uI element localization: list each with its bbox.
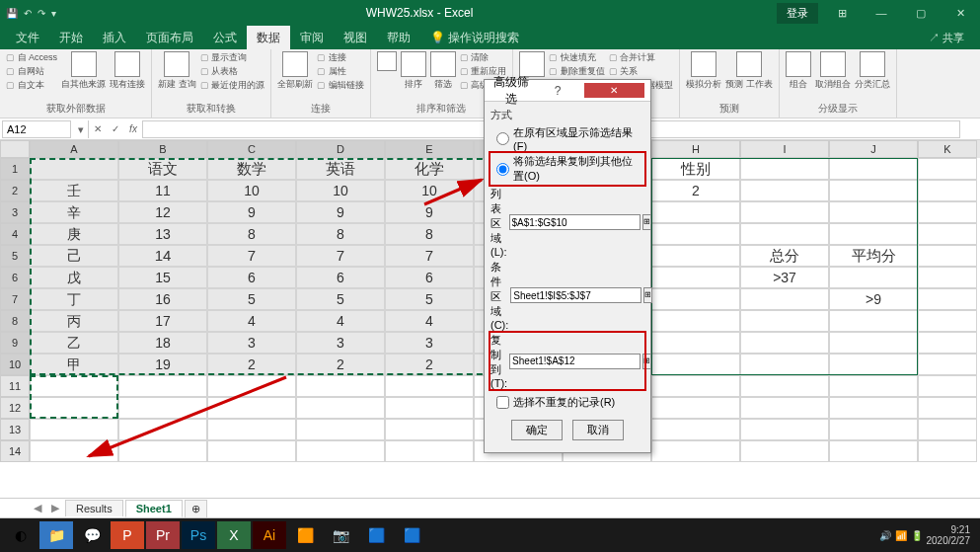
from-other[interactable]: 自其他来源 <box>61 51 106 91</box>
row-header[interactable]: 6 <box>0 267 30 288</box>
cell[interactable]: 辛 <box>30 201 118 223</box>
recent-sources[interactable]: 最近使用的源 <box>200 79 265 92</box>
cell[interactable] <box>740 397 829 419</box>
cell[interactable]: 性别 <box>651 158 740 180</box>
filter-in-place-radio[interactable] <box>496 132 509 145</box>
consolidate[interactable]: 合并计算 <box>609 51 674 64</box>
cell[interactable] <box>918 201 977 223</box>
cell[interactable] <box>740 180 829 201</box>
cell[interactable] <box>651 397 740 419</box>
cell[interactable] <box>651 354 740 375</box>
tab-review[interactable]: 审阅 <box>290 26 334 50</box>
row-header[interactable]: 1 <box>0 158 30 180</box>
tray-icon[interactable]: 🔊 <box>879 530 891 541</box>
row-header[interactable]: 10 <box>0 354 30 375</box>
cell[interactable] <box>30 375 118 397</box>
cell[interactable] <box>740 310 829 332</box>
dialog-close-button[interactable]: ✕ <box>584 83 644 98</box>
cell[interactable] <box>829 267 918 288</box>
cell[interactable] <box>118 375 207 397</box>
tab-help[interactable]: 帮助 <box>377 26 420 50</box>
taskbar-clock[interactable]: 9:212020/2/27 <box>927 524 977 546</box>
tab-file[interactable]: 文件 <box>6 26 49 50</box>
cell[interactable]: 10 <box>385 180 474 201</box>
cell[interactable] <box>829 397 918 419</box>
tab-layout[interactable]: 页面布局 <box>136 26 203 50</box>
cell[interactable]: 语文 <box>118 158 207 180</box>
cell[interactable] <box>385 440 474 462</box>
from-access[interactable]: 自 Access <box>6 51 57 64</box>
filter[interactable]: 筛选 <box>430 51 456 91</box>
cell[interactable]: 4 <box>385 310 474 332</box>
cell[interactable]: 总分 <box>740 245 829 267</box>
cell[interactable] <box>918 419 977 440</box>
cell[interactable] <box>918 288 977 310</box>
row-header[interactable]: 9 <box>0 332 30 354</box>
ok-button[interactable]: 确定 <box>511 420 563 440</box>
cell[interactable]: 4 <box>207 310 296 332</box>
undo-icon[interactable]: ↶ <box>24 8 32 19</box>
cell[interactable]: 壬 <box>30 180 118 201</box>
list-range-input[interactable] <box>509 214 641 230</box>
cell[interactable] <box>651 375 740 397</box>
cell[interactable]: 3 <box>296 332 385 354</box>
cell[interactable] <box>829 310 918 332</box>
clear-filter[interactable]: 清除 <box>460 51 507 64</box>
cell[interactable]: 丙 <box>30 310 118 332</box>
taskbar-app-icon[interactable]: 📁 <box>39 521 73 549</box>
cell[interactable]: 5 <box>207 288 296 310</box>
cell[interactable] <box>829 180 918 201</box>
cell[interactable]: 4 <box>296 310 385 332</box>
tab-data[interactable]: 数据 <box>247 26 290 50</box>
taskbar-app-icon[interactable]: 💬 <box>75 521 109 549</box>
cell[interactable]: 9 <box>296 201 385 223</box>
cell[interactable]: 7 <box>296 245 385 267</box>
maximize-button[interactable]: ▢ <box>901 0 941 26</box>
cell[interactable]: 6 <box>207 267 296 288</box>
col-header[interactable]: B <box>118 140 207 158</box>
properties[interactable]: 属性 <box>317 65 364 78</box>
cell[interactable]: 乙 <box>30 332 118 354</box>
minimize-button[interactable]: — <box>862 0 901 26</box>
cell[interactable] <box>207 440 296 462</box>
cell[interactable] <box>740 288 829 310</box>
cell[interactable] <box>829 332 918 354</box>
cell[interactable] <box>651 419 740 440</box>
row-header[interactable]: 3 <box>0 201 30 223</box>
cell[interactable] <box>829 440 918 462</box>
cell[interactable] <box>207 375 296 397</box>
cell[interactable] <box>918 245 977 267</box>
cell[interactable] <box>918 267 977 288</box>
cell[interactable]: 3 <box>207 332 296 354</box>
cell[interactable]: 3 <box>385 332 474 354</box>
cell[interactable] <box>918 397 977 419</box>
cell[interactable] <box>651 288 740 310</box>
cell[interactable]: 13 <box>118 223 207 245</box>
cell[interactable] <box>651 332 740 354</box>
cell[interactable] <box>918 158 977 180</box>
tab-home[interactable]: 开始 <box>49 26 93 50</box>
remove-dup[interactable]: 删除重复值 <box>549 65 605 78</box>
cell[interactable] <box>740 158 829 180</box>
redo-icon[interactable]: ↷ <box>38 8 45 19</box>
fx-icon[interactable]: fx <box>124 123 142 134</box>
save-icon[interactable]: 💾 <box>6 8 18 19</box>
cell[interactable] <box>829 354 918 375</box>
row-header[interactable]: 5 <box>0 245 30 267</box>
cell[interactable]: 11 <box>118 180 207 201</box>
show-queries[interactable]: 显示查询 <box>200 51 265 64</box>
from-web[interactable]: 自网站 <box>6 65 57 78</box>
cell[interactable] <box>296 419 385 440</box>
cell[interactable] <box>918 375 977 397</box>
cell[interactable] <box>30 397 118 419</box>
cancel-button[interactable]: 取消 <box>572 420 624 440</box>
close-button[interactable]: ✕ <box>941 0 980 26</box>
cell[interactable]: 平均分 <box>829 245 918 267</box>
tray-icon[interactable]: 📶 <box>895 530 907 541</box>
qat-more-icon[interactable]: ▾ <box>51 8 56 19</box>
taskbar-excel-icon[interactable]: X <box>217 521 251 549</box>
from-table[interactable]: 从表格 <box>200 65 265 78</box>
col-header[interactable]: C <box>207 140 296 158</box>
cell[interactable] <box>918 310 977 332</box>
taskbar-illustrator-icon[interactable]: Ai <box>253 521 286 549</box>
